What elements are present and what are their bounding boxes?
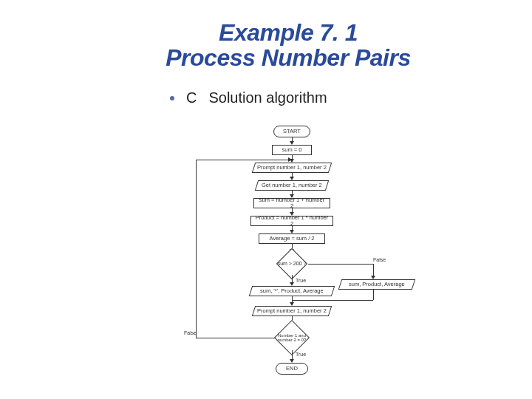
node-print-star: sum, '*', Product, Average <box>249 286 335 296</box>
node-get: Get number 1, number 2 <box>255 180 330 191</box>
node-start: START <box>273 126 310 137</box>
label-false-2: False <box>184 330 197 335</box>
node-calc-product: Product = number 1 * number 2 <box>250 216 333 226</box>
node-init: sum = 0 <box>272 145 312 155</box>
node-calc-sum: sum = number 1 + number 2 <box>253 198 330 208</box>
flowchart: START sum = 0 Prompt number 1, number 2 … <box>188 126 432 392</box>
label-false-1: False <box>373 257 386 262</box>
node-prompt: Prompt number 1, number 2 <box>252 163 332 173</box>
title-line-2: Process Number Pairs <box>89 46 488 71</box>
node-calc-average: Average = sum / 2 <box>259 233 325 244</box>
bullet-text: Solution algorithm <box>208 89 327 106</box>
node-print-plain: sum, Product, Average <box>338 279 416 290</box>
bullet-item: C Solution algorithm <box>170 89 532 106</box>
node-end: END <box>276 363 308 375</box>
title-line-1: Example 7. 1 <box>89 21 488 46</box>
node-decision-sum: sum > 200 ? <box>276 253 308 275</box>
bullet-marker: C <box>186 89 197 106</box>
node-prompt-2: Prompt number 1, number 2 <box>252 306 332 316</box>
label-true-2: True <box>296 352 306 357</box>
node-decision-zero: Number 1 and number 2 = 0? <box>273 325 310 350</box>
bullet-dot-icon <box>170 96 174 100</box>
label-true-1: True <box>296 278 306 283</box>
